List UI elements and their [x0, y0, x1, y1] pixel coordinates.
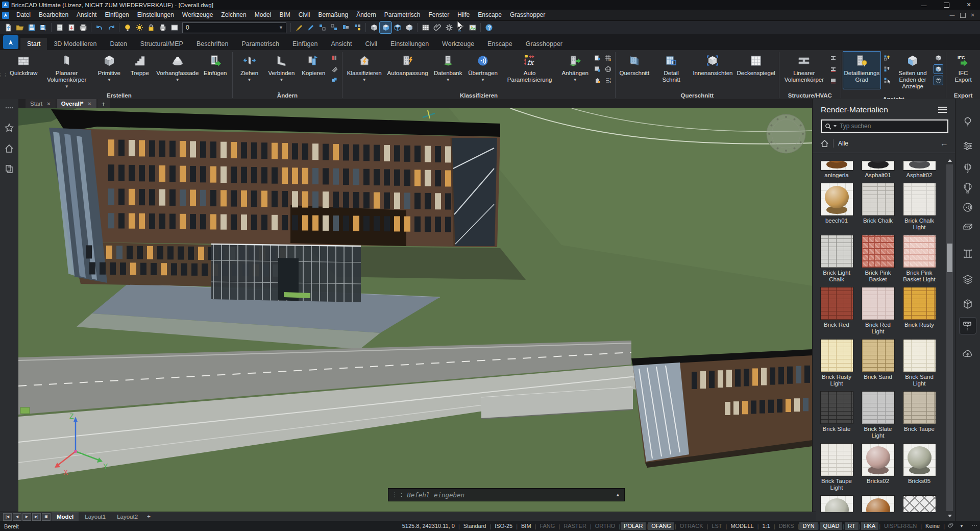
cube-front-icon[interactable]: [934, 64, 943, 74]
material-item-brick-rusty-light[interactable]: Brick Rusty Light: [820, 339, 853, 387]
ribbon-button-anh-ngen[interactable]: Anhängen▼: [559, 51, 592, 83]
menu-item-parametrisch[interactable]: Parametrisch: [380, 10, 425, 20]
nav-first-button[interactable]: |◀: [3, 513, 12, 521]
menu-item-einstellungen[interactable]: Einstellungen: [133, 10, 178, 20]
ribbon-button-bertragen[interactable]: Übertragen▼: [465, 51, 500, 83]
status-toggle-modell[interactable]: MODELL: [727, 522, 756, 530]
ribbon-tab-daten[interactable]: Daten: [103, 38, 133, 50]
list-nums-icon[interactable]: 19: [603, 76, 613, 85]
redo-icon[interactable]: [105, 22, 117, 33]
material-item-brick-chalk[interactable]: Brick Chalk: [862, 183, 894, 231]
material-item-brick-sand[interactable]: Brick Sand: [862, 339, 894, 387]
bulb-tiles-icon[interactable]: [882, 53, 892, 63]
favorites-star-icon[interactable]: [3, 122, 16, 135]
ribbon-tab-ansicht[interactable]: Ansicht: [324, 38, 358, 50]
cubes-blue-icon[interactable]: [330, 76, 339, 85]
publish-icon[interactable]: [77, 22, 89, 33]
globe-icon[interactable]: [603, 64, 613, 74]
pair-squares-1-icon[interactable]: [316, 22, 328, 33]
breadcrumb[interactable]: Alle: [838, 140, 848, 147]
status-toggle-otrack[interactable]: OTRACK: [677, 522, 706, 530]
ribbon-button-ziehen[interactable]: Ziehen▼: [234, 51, 265, 83]
ribbon-button-ifc-export[interactable]: IFCIFC Export: [948, 51, 978, 89]
cursor-tile-icon[interactable]: [882, 76, 892, 85]
menu-item-hilfe[interactable]: Hilfe: [453, 10, 474, 20]
pencil-icon[interactable]: [305, 22, 316, 33]
status-toggle-dyn[interactable]: DYN: [799, 522, 817, 530]
menu-item-bearbeiten[interactable]: Bearbeiten: [35, 10, 72, 20]
ribbon-button-kopieren[interactable]: Kopieren: [298, 51, 329, 83]
image-icon[interactable]: [467, 22, 478, 33]
status-dropdown-icon[interactable]: ▼: [957, 522, 967, 530]
package-box-icon[interactable]: [960, 296, 976, 312]
menu-item-ndern[interactable]: Ändern: [352, 10, 380, 20]
ribbon-button-datenbank[interactable]: Datenbank▼: [431, 51, 465, 83]
document-tab-start[interactable]: Start✕: [26, 99, 56, 108]
ribbon-tab-beschriften[interactable]: Beschriften: [190, 38, 235, 50]
drag-dots-icon[interactable]: [3, 101, 16, 114]
ribbon-button-planarer-volumenk-rper[interactable]: Planarer Volumenkörper▼: [39, 51, 94, 89]
status-toggle-polar[interactable]: POLAR: [621, 522, 646, 530]
nav-next-button[interactable]: ▶: [22, 513, 31, 521]
status-toggle-standard[interactable]: Standard: [460, 522, 489, 530]
layout-list-button[interactable]: ▣: [42, 513, 51, 521]
mdi-minimize-button[interactable]: —: [950, 12, 955, 18]
viewport[interactable]: Z Y X ⋮ : Befehl eingeben ▲: [18, 108, 813, 512]
ribbon-tab-civil[interactable]: Civil: [358, 38, 384, 50]
back-arrow-icon[interactable]: ←: [940, 139, 948, 148]
layer-dropdown[interactable]: 0▼: [182, 22, 286, 33]
save-as-icon[interactable]: +: [37, 22, 49, 33]
material-item-bricks02[interactable]: Bricks02: [862, 443, 894, 491]
status-toggle-ortho[interactable]: ORTHO: [592, 522, 619, 530]
home-icon[interactable]: [3, 142, 16, 155]
material-item-asphalt02[interactable]: Asphalt02: [903, 161, 936, 179]
app-menu-icon[interactable]: [2, 12, 9, 19]
title-bar[interactable]: BricsCAD Ultimate (Lizenz, NICHT ZUM WIE…: [0, 0, 980, 10]
ribbon-button-auto-parametrisierung[interactable]: fxAuto Parametrisierung: [501, 51, 559, 89]
command-input[interactable]: Befehl eingeben: [407, 491, 464, 499]
menu-item-model[interactable]: Model: [251, 10, 276, 20]
ribbon-tab-structural-mep[interactable]: Structural/MEP: [134, 38, 190, 50]
menu-item-grasshopper[interactable]: Grasshopper: [506, 10, 549, 20]
menu-item-civil[interactable]: Civil: [295, 10, 314, 20]
ribbon-tab-werkzeuge[interactable]: Werkzeuge: [435, 38, 481, 50]
maximize-button[interactable]: [935, 0, 958, 10]
ribbon-button-detaillierungs-grad[interactable]: Detaillierungs Grad: [843, 51, 881, 89]
ribbon-button-klassifizieren[interactable]: Klassifizieren▼: [344, 51, 384, 83]
new-tab-button[interactable]: +: [97, 99, 110, 108]
pin-tiles-icon[interactable]: [882, 64, 892, 74]
search-filter-caret[interactable]: [834, 125, 837, 127]
material-item[interactable]: [820, 495, 853, 512]
material-item-beech01[interactable]: beech01: [820, 183, 853, 231]
layer-print-icon[interactable]: [157, 22, 168, 33]
status-toggle-keine[interactable]: Keine: [922, 522, 943, 530]
solid-cube-3-icon[interactable]: [391, 22, 403, 33]
ribbon-tab-3d-modellieren[interactable]: 3D Modellieren: [47, 38, 103, 50]
menu-item-bim[interactable]: BIM: [275, 10, 294, 20]
ribbon-tab-einf-gen[interactable]: Einfügen: [286, 38, 324, 50]
ribbon-button-innenansichten[interactable]: Innenansichten: [691, 51, 734, 83]
ribbon-button-autoanpassung[interactable]: Autoanpassung: [384, 51, 431, 83]
new-file-icon[interactable]: [2, 22, 14, 33]
house-plus-icon[interactable]: [593, 76, 602, 85]
panel-menu-icon[interactable]: [937, 105, 948, 114]
material-item-brick-rusty[interactable]: Brick Rusty: [903, 287, 936, 335]
layer-lock-icon[interactable]: [145, 22, 157, 33]
beam-a-icon[interactable]: [828, 53, 838, 63]
panel-plus-icon[interactable]: [593, 64, 602, 74]
close-tab-icon[interactable]: ✕: [87, 101, 91, 107]
material-item[interactable]: [862, 495, 894, 512]
status-toggle-1-1[interactable]: 1:1: [760, 522, 773, 530]
status-toggle-lst[interactable]: LST: [708, 522, 725, 530]
ribbon-tab-einstellungen[interactable]: Einstellungen: [384, 38, 435, 50]
ribbon-button-detail-schnitt[interactable]: Detail Schnitt: [652, 51, 691, 89]
table-icon[interactable]: [420, 22, 431, 33]
annotation-clip-icon[interactable]: [945, 522, 957, 530]
save-icon[interactable]: [26, 22, 37, 33]
ribbon-button-deckenspiegel[interactable]: Deckenspiegel: [734, 51, 777, 83]
material-item-brick-sand-light[interactable]: Brick Sand Light: [903, 339, 936, 387]
material-item-brick-light-chalk[interactable]: Brick Light Chalk: [820, 235, 853, 283]
render-materials-icon[interactable]: [960, 318, 976, 334]
render-light-icon[interactable]: [960, 160, 976, 176]
material-item-asphalt01[interactable]: Asphalt01: [862, 161, 894, 179]
